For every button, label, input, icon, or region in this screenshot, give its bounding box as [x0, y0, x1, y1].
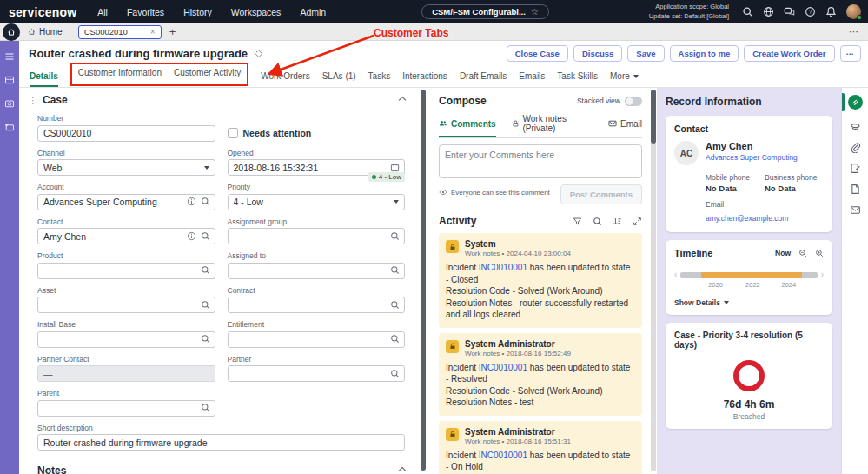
contract-input[interactable] — [228, 297, 406, 313]
tab-work-orders[interactable]: Work Orders — [261, 71, 310, 87]
drag-handle-icon[interactable]: ⋮ — [29, 96, 37, 105]
inbox-notification-icon[interactable] — [4, 122, 15, 132]
close-case-button[interactable]: Close Case — [507, 45, 568, 62]
collapse-notes-icon[interactable] — [399, 467, 406, 474]
email-log-icon[interactable] — [850, 204, 861, 216]
tab-email[interactable]: Email — [608, 114, 642, 137]
lookup-search-icon[interactable] — [201, 334, 210, 344]
activity-search-icon[interactable] — [593, 217, 602, 226]
close-tab-icon[interactable]: × — [150, 27, 156, 37]
lookup-search-icon[interactable] — [390, 300, 400, 310]
tab-overflow-icon[interactable]: ⋯ — [849, 26, 859, 37]
tab-customer-information[interactable]: Customer Information — [78, 68, 162, 83]
favorite-star-icon[interactable]: ☆ — [531, 7, 539, 17]
assign-to-me-button[interactable]: Assign to me — [670, 45, 739, 62]
tab-more[interactable]: More — [610, 71, 639, 87]
short-description-input[interactable] — [37, 434, 405, 451]
lookup-search-icon[interactable] — [390, 334, 400, 344]
expand-icon[interactable] — [633, 217, 642, 226]
info-icon[interactable] — [187, 197, 196, 206]
user-avatar[interactable] — [846, 4, 861, 19]
partner-input[interactable] — [228, 365, 406, 382]
tab-draft-emails[interactable]: Draft Emails — [460, 71, 507, 87]
calendar-icon[interactable] — [390, 163, 400, 172]
entitlement-input[interactable] — [228, 331, 406, 348]
asset-input[interactable] — [37, 297, 215, 313]
panel-icon[interactable] — [4, 75, 15, 85]
record-info-tool-active[interactable] — [842, 93, 868, 111]
tab-tasks[interactable]: Tasks — [368, 71, 391, 87]
activity-entry[interactable]: System Administrator Work notes • 2018-0… — [439, 421, 642, 474]
tab-task-skills[interactable]: Task Skills — [557, 71, 598, 87]
show-details-link[interactable]: Show Details — [674, 298, 824, 307]
lookup-search-icon[interactable] — [201, 231, 210, 241]
app-title-pill[interactable]: CSM/FSM Configurabl... ☆ — [421, 4, 549, 19]
home-circle-button[interactable] — [3, 23, 20, 41]
search-icon[interactable] — [742, 6, 753, 17]
stacked-view-toggle[interactable] — [625, 97, 642, 106]
activity-entry[interactable]: System Administrator Work notes • 2018-0… — [439, 333, 642, 416]
nav-history[interactable]: History — [183, 7, 212, 17]
tab-emails[interactable]: Emails — [519, 71, 545, 87]
new-tab-button[interactable]: + — [169, 26, 176, 37]
tab-comments[interactable]: Comments — [439, 114, 496, 137]
tab-work-notes[interactable]: Work notes (Private) — [512, 114, 593, 137]
needs-attention-checkbox[interactable] — [228, 128, 238, 138]
home-tab[interactable]: Home — [28, 27, 63, 37]
filter-icon[interactable] — [573, 217, 582, 226]
lookup-search-icon[interactable] — [201, 403, 210, 412]
nav-favorites[interactable]: Favorites — [127, 7, 164, 17]
assignment-group-input[interactable] — [228, 228, 406, 244]
collapse-case-icon[interactable] — [399, 97, 406, 103]
incident-link[interactable]: INC0010001 — [479, 263, 527, 272]
create-work-order-button[interactable]: Create Work Order — [744, 45, 834, 62]
timeline-bar[interactable] — [680, 272, 817, 278]
nav-admin[interactable]: Admin — [300, 7, 326, 17]
agent-assist-icon[interactable] — [850, 121, 861, 132]
tab-slas[interactable]: SLAs (1) — [322, 71, 356, 87]
nav-all[interactable]: All — [97, 7, 108, 17]
form-scrollbar[interactable] — [421, 90, 426, 471]
attachments-icon[interactable] — [850, 142, 861, 153]
zoom-in-icon[interactable] — [815, 249, 824, 257]
lookup-search-icon[interactable] — [390, 231, 400, 241]
activity-scrollbar-track[interactable] — [651, 90, 656, 471]
assigned-to-input[interactable] — [228, 263, 406, 279]
parent-input[interactable] — [37, 400, 215, 417]
timeline-next-icon[interactable]: › — [821, 270, 824, 279]
lookup-search-icon[interactable] — [390, 369, 400, 378]
tab-customer-activity[interactable]: Customer Activity — [174, 68, 241, 83]
record-info-tool-icon[interactable] — [848, 95, 863, 110]
chat-icon[interactable] — [784, 6, 795, 17]
priority-select[interactable] — [228, 194, 406, 210]
info-icon[interactable] — [187, 231, 196, 241]
globe-icon[interactable] — [763, 6, 774, 17]
record-tab-cs0002010[interactable]: CS0002010 × — [78, 25, 162, 39]
contact-email-link[interactable]: amy.chen@example.com — [706, 214, 788, 223]
tag-icon[interactable] — [254, 49, 263, 58]
timeline-prev-icon[interactable]: ‹ — [674, 270, 677, 279]
lookup-search-icon[interactable] — [390, 265, 400, 275]
install-base-input[interactable] — [37, 331, 215, 348]
lookup-search-icon[interactable] — [201, 265, 210, 275]
notifications-bell-icon[interactable] — [825, 6, 837, 17]
nav-workspaces[interactable]: Workspaces — [231, 7, 282, 17]
incident-link[interactable]: INC0010001 — [479, 363, 527, 372]
activity-scrollbar-thumb[interactable] — [651, 90, 656, 144]
camera-icon[interactable] — [4, 98, 15, 109]
incident-link[interactable]: INC0010001 — [479, 451, 527, 460]
post-comments-button[interactable]: Post Comments — [560, 184, 642, 204]
lookup-search-icon[interactable] — [201, 300, 210, 310]
timeline-now-button[interactable]: Now — [775, 249, 791, 257]
number-input[interactable] — [37, 125, 215, 142]
sort-icon[interactable] — [613, 217, 622, 226]
zoom-out-icon[interactable] — [798, 249, 807, 257]
discuss-button[interactable]: Discuss — [573, 45, 622, 62]
save-button[interactable]: Save — [627, 45, 664, 62]
contact-company-link[interactable]: Advances Super Computing — [706, 153, 798, 162]
help-icon[interactable]: ? — [805, 6, 816, 17]
document-icon[interactable] — [850, 184, 861, 195]
more-actions-button[interactable]: ⋯ — [840, 45, 862, 62]
channel-select[interactable] — [37, 159, 215, 176]
tab-interactions[interactable]: Interactions — [402, 71, 447, 87]
